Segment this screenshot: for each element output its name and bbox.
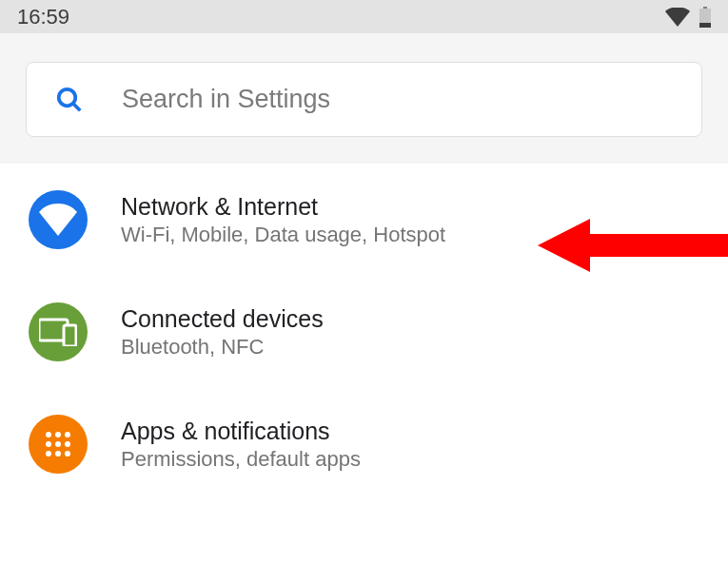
svg-point-11: [55, 441, 61, 447]
setting-subtitle: Wi-Fi, Mobile, Data usage, Hotspot: [121, 223, 728, 247]
setting-network-internet[interactable]: Network & Internet Wi-Fi, Mobile, Data u…: [0, 164, 728, 276]
search-box[interactable]: [26, 62, 702, 137]
status-icons: [665, 7, 711, 28]
svg-rect-0: [703, 7, 707, 9]
setting-title: Apps & notifications: [121, 418, 728, 445]
setting-subtitle: Bluetooth, NFC: [121, 335, 728, 360]
svg-rect-2: [699, 23, 711, 28]
search-input[interactable]: [122, 85, 701, 114]
setting-apps-notifications[interactable]: Apps & notifications Permissions, defaul…: [0, 388, 728, 500]
status-bar: 16:59: [0, 0, 728, 33]
svg-point-3: [59, 88, 76, 106]
svg-point-12: [65, 441, 70, 447]
battery-indicator-icon: [699, 7, 711, 28]
svg-point-14: [55, 451, 61, 457]
setting-text: Connected devices Bluetooth, NFC: [121, 305, 728, 360]
svg-rect-6: [64, 325, 76, 346]
search-icon: [55, 86, 84, 114]
setting-text: Apps & notifications Permissions, defaul…: [121, 418, 728, 472]
svg-point-13: [46, 451, 51, 457]
wifi-icon: [29, 190, 88, 249]
setting-title: Connected devices: [121, 305, 728, 333]
devices-icon: [29, 302, 88, 361]
setting-text: Network & Internet Wi-Fi, Mobile, Data u…: [121, 193, 728, 247]
svg-line-4: [73, 104, 80, 110]
setting-connected-devices[interactable]: Connected devices Bluetooth, NFC: [0, 276, 728, 388]
svg-point-9: [65, 432, 70, 438]
setting-title: Network & Internet: [121, 193, 728, 221]
wifi-indicator-icon: [665, 8, 690, 27]
svg-point-8: [55, 432, 61, 438]
svg-point-10: [46, 441, 51, 447]
apps-icon: [29, 415, 88, 474]
svg-point-15: [65, 451, 70, 457]
settings-list: Network & Internet Wi-Fi, Mobile, Data u…: [0, 164, 728, 564]
status-time: 16:59: [17, 5, 69, 29]
search-section: [0, 33, 728, 164]
setting-subtitle: Permissions, default apps: [121, 447, 728, 472]
svg-point-7: [46, 432, 51, 438]
